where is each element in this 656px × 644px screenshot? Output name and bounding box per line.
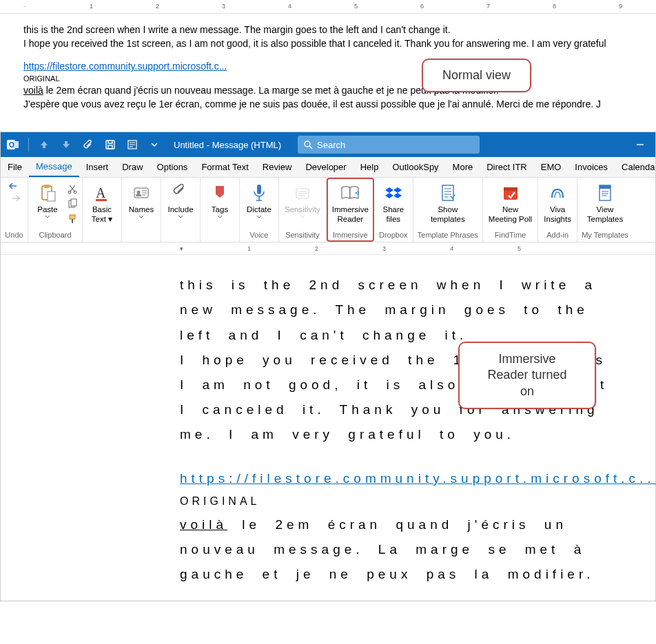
group-immersive: Immersive	[333, 231, 368, 240]
menu-outlookspy[interactable]: OutlookSpy	[385, 157, 445, 177]
svg-rect-8	[44, 185, 50, 188]
group-sensitivity: Sensitivity	[285, 231, 320, 240]
share-files-button[interactable]: Sharefiles	[378, 180, 409, 225]
doc-link[interactable]: https://filestore.community.support.micr…	[23, 61, 227, 72]
svg-rect-23	[504, 187, 517, 191]
titlebar: O	[1, 132, 655, 157]
doc-paragraph: I hope you received the 1st screen, as I…	[23, 37, 656, 51]
menu-developer[interactable]: Developer	[298, 157, 353, 177]
group-voice: Voice	[250, 231, 269, 240]
immersive-view-document: this is the 2nd screen when I write a ne…	[1, 255, 655, 600]
format-painter-icon[interactable]	[67, 214, 78, 227]
svg-rect-9	[48, 191, 55, 201]
up-arrow-icon[interactable]	[34, 135, 54, 154]
dictate-button[interactable]: Dictate	[244, 180, 274, 220]
search-input[interactable]: Search	[298, 136, 480, 154]
svg-rect-16	[96, 199, 107, 201]
window-title: Untitled - Message (HTML)	[174, 140, 281, 150]
menu-emo[interactable]: EMO	[534, 157, 568, 177]
immersive-reader-button[interactable]: ImmersiveReader	[331, 180, 370, 225]
doc-paragraph: J'espère que vous avez reçu le 1er écran…	[23, 98, 656, 112]
show-templates-button[interactable]: Showtemplates	[429, 180, 467, 225]
svg-rect-25	[599, 185, 611, 189]
group-findtime: FindTime	[495, 231, 526, 240]
view-templates-button[interactable]: ViewTemplates	[586, 180, 624, 225]
original-label: ORIGINAL	[23, 74, 656, 84]
menu-direct-itr[interactable]: Direct ITR	[480, 157, 534, 177]
menu-draw[interactable]: Draw	[115, 157, 150, 177]
svg-point-6	[305, 141, 310, 147]
menu-review[interactable]: Review	[256, 157, 299, 177]
doc-paragraph: this is the 2nd screen when I write a ne…	[180, 273, 628, 347]
new-meeting-poll-button[interactable]: NewMeeting Poll	[487, 180, 533, 225]
doc-paragraph: voilà le 2em écran quand j'écris un nouv…	[180, 512, 628, 587]
paste-button[interactable]: Paste	[32, 180, 63, 220]
tags-button[interactable]: Tags	[205, 180, 235, 220]
svg-rect-3	[106, 141, 114, 149]
form-icon[interactable]	[123, 135, 142, 154]
annotation-immersive-reader: Immersive Reader turned on	[458, 342, 596, 409]
outlook-app-icon: O	[3, 135, 23, 154]
basic-text-button[interactable]: A BasicText ▾	[87, 180, 117, 225]
menu-message[interactable]: Message	[29, 157, 79, 177]
attach-icon[interactable]	[79, 135, 98, 154]
menu-help[interactable]: Help	[353, 157, 386, 177]
annotation-normal-view: Normal view	[422, 59, 531, 92]
names-button[interactable]: Names	[126, 180, 156, 220]
menu-insert[interactable]: Insert	[79, 157, 116, 177]
chevron-down-icon	[45, 215, 50, 219]
chevron-down-icon[interactable]	[145, 135, 164, 154]
copy-icon[interactable]	[67, 198, 78, 211]
sensitivity-button: Sensitivity	[283, 180, 322, 220]
group-undo: Undo	[5, 231, 23, 240]
svg-text:A: A	[96, 185, 106, 200]
group-addin: Add-in	[546, 231, 568, 240]
group-my-templates: My Templates	[582, 231, 628, 240]
svg-rect-14	[70, 215, 75, 219]
menu-calendar-macros[interactable]: Calendar Macros	[615, 157, 655, 177]
cut-icon[interactable]	[67, 183, 78, 196]
undo-button[interactable]	[8, 180, 21, 191]
redo-button[interactable]	[8, 193, 21, 204]
viva-insights-button[interactable]: VivaInsights	[542, 180, 573, 225]
svg-text:O: O	[9, 141, 14, 149]
search-placeholder: Search	[317, 140, 345, 150]
ruler-top: · 1 2 3 4 5 6 7 8 9	[0, 0, 656, 14]
group-dropbox: Dropbox	[379, 231, 408, 240]
down-arrow-icon[interactable]	[57, 135, 76, 154]
normal-view-document: this is the 2nd screen when I write a ne…	[0, 19, 656, 118]
menubar: File Message Insert Draw Options Format …	[1, 157, 655, 178]
group-clipboard: Clipboard	[39, 231, 71, 240]
menu-format-text[interactable]: Format Text	[194, 157, 255, 177]
group-template-phrases: Template Phrases	[418, 231, 478, 240]
svg-rect-4	[108, 145, 112, 149]
menu-file[interactable]: File	[1, 157, 29, 177]
svg-rect-13	[71, 199, 76, 206]
doc-paragraph: voilà le 2em écran quand j'écris un nouv…	[23, 84, 656, 98]
doc-paragraph: this is the 2nd screen when I write a ne…	[23, 23, 656, 37]
svg-rect-19	[257, 185, 261, 194]
original-label: ORIGINAL	[180, 491, 628, 512]
ribbon: Undo Paste Clipboard	[1, 178, 655, 242]
menu-options[interactable]: Options	[150, 157, 195, 177]
doc-link[interactable]: https://filestore.community.support.micr…	[180, 471, 656, 486]
search-icon	[303, 140, 313, 149]
svg-point-18	[137, 191, 141, 194]
menu-invoices[interactable]: Invoices	[568, 157, 615, 177]
menu-more[interactable]: More	[446, 157, 480, 177]
minimize-button[interactable]	[625, 135, 655, 154]
save-icon[interactable]	[101, 135, 120, 154]
ruler-immersive: ▾ 1 2 3 4 5	[1, 242, 655, 255]
include-button[interactable]: Include	[165, 180, 196, 220]
